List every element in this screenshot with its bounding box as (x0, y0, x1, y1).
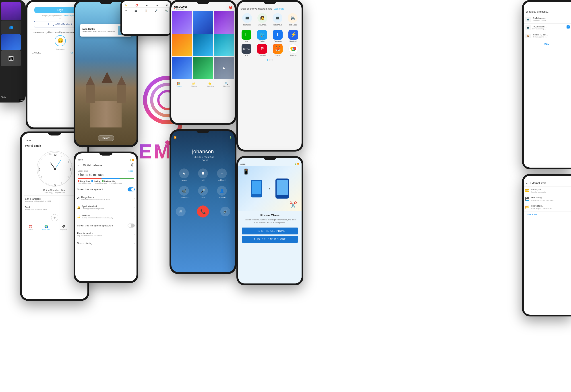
tab-photos[interactable]: 🖼️ Photos (176, 82, 182, 87)
share-app-line[interactable]: L Line (240, 30, 253, 42)
svg-point-22 (293, 48, 294, 50)
storage-memory-card[interactable]: 💳 Memory ca... Insert a me... data. (524, 186, 571, 195)
share-app-pinterest[interactable]: P Pinterest (255, 44, 269, 56)
projection-item-3[interactable]: 📦 Homor TV box... Only supports p... (524, 32, 571, 40)
phone-notch (48, 131, 61, 136)
storage-usb[interactable]: 💾 USB storag... Connect a U... up your d… (524, 195, 571, 203)
remote-chevron (134, 233, 135, 236)
pin-chevron (134, 241, 135, 245)
photo-6[interactable] (214, 34, 234, 56)
mute-button[interactable]: 🎤 Mute (195, 186, 211, 199)
share-title: Share or print via Huawei Share Lean mor… (238, 6, 302, 11)
chrome-icon (290, 46, 296, 52)
clone-buttons: THIS IS THE OLD PHONE THIS IS THE NEW PH… (238, 227, 302, 243)
tab-highlights[interactable]: ⭐ Highlights (206, 82, 214, 87)
svg-text:1: 1 (68, 161, 69, 163)
call-duration: ⏱ 00:36 (171, 159, 235, 162)
share-device-3[interactable]: 💻 MateBook X Touch to send (273, 13, 282, 26)
share-app-chrome[interactable]: Chrome (286, 44, 300, 56)
clone-illustration: → ✂️ 📱 (238, 166, 302, 211)
calling-notch (196, 129, 210, 133)
svg-text:3: 3 (70, 168, 72, 171)
svg-text:12: 12 (54, 153, 57, 156)
svg-text:11: 11 (42, 157, 45, 160)
share-devices: 💻 MateBook X Touch to send 👩 KiKi 's P20… (238, 11, 302, 28)
tab-discover[interactable]: 🔍 Discover (223, 82, 230, 87)
usage-times: 3 hours 15 minutes 1 hours 30 minutes 1 … (78, 182, 134, 184)
photo-1[interactable] (172, 11, 192, 34)
screen-time-mgmt-row[interactable]: Screen time management (75, 185, 136, 194)
clone-notch (263, 156, 277, 160)
tab-world-clock[interactable]: 🌍 World clock (42, 225, 50, 230)
screen-pin-row[interactable]: Screen pinning (75, 239, 136, 247)
photo-7[interactable] (172, 57, 192, 79)
photo-3[interactable] (214, 11, 234, 34)
remote-location-row[interactable]: Remote location Log in with student's HU… (75, 230, 136, 239)
old-phone-button[interactable]: THIS IS THE OLD PHONE (242, 227, 298, 235)
svg-text:6: 6 (54, 183, 56, 186)
video-call-button[interactable]: 📹 Video call (176, 186, 192, 199)
share-device-4[interactable]: 🖨️ Huting TH880 Touch to print (288, 13, 298, 26)
identify-button[interactable]: Identify (98, 135, 114, 141)
projection-item-2[interactable]: 📺 [TV],LED85691... Only supports p... ✓ (524, 24, 571, 32)
record-button[interactable]: ≋ Record (176, 168, 192, 182)
share-device-1[interactable]: 💻 MateBook X Touch to send (242, 13, 252, 26)
share-app-firefox[interactable]: 🦊 Firefox (271, 44, 285, 56)
balance-status-bar: 08:08 🔋📶 (75, 158, 136, 162)
photo-5[interactable] (193, 34, 213, 56)
phone-wireless-device: Wireless projectio... 📺 [TV] Living roo.… (522, 0, 571, 169)
svg-text:7: 7 (47, 183, 49, 185)
dialpad-button[interactable]: ⊞ (176, 207, 186, 216)
bedtime-row[interactable]: 🌙 Bedtime During sleep time,the screen t… (75, 212, 136, 221)
share-app-bluetooth[interactable]: ⚡ Bluetooth (286, 30, 300, 42)
add-city-button[interactable]: + (51, 214, 58, 221)
phone-clips-device: 👥 👨‍👩‍👧 All clip 00:41 (0, 0, 26, 102)
cancel-button[interactable]: CANCEL (32, 52, 41, 54)
scan-share-section: Scan share (524, 211, 571, 217)
photo-8[interactable] (193, 57, 213, 79)
phone-balance-screen: 08:08 🔋📶 ← Digital balance ⓘ Usage stats… (75, 153, 136, 281)
svg-line-16 (51, 163, 55, 169)
app-limit-row[interactable]: 🔔 Application limit Limit application us… (75, 203, 136, 212)
share-apps-grid: L Line 🐦 Twitter f Facebook ⚡ Bluetooth (238, 28, 302, 58)
wireless-title: Wireless projectio... (524, 8, 571, 15)
password-toggle[interactable] (128, 224, 135, 227)
add-call-button[interactable]: + Add call (213, 168, 230, 182)
screen-time-toggle[interactable] (128, 187, 135, 191)
photo-9[interactable]: ▶ (214, 57, 234, 79)
clone-desc: Transfer contacts,calendar events,phones… (238, 218, 302, 224)
new-phone-button[interactable]: THIS IS THE NEW PHONE (242, 236, 298, 243)
projection-item-1[interactable]: 📺 [TV] Living roo... Supports Deskto... (524, 15, 571, 24)
usage-stats-section: Usage stats More › 5 hours 50 minutes Gl… (75, 168, 136, 185)
app-limit-chevron (134, 206, 135, 209)
tab-albums[interactable]: 📁 Albums (191, 82, 197, 87)
usage-legend: Glory of Kings Headline Chattering video (78, 180, 134, 182)
usb-icon: 💾 (525, 196, 529, 201)
end-call-button[interactable]: 📞 (197, 206, 209, 218)
usage-hours-row[interactable]: ⏱ Usage hours Set the total time the scr… (75, 194, 136, 203)
password-row[interactable]: Screen time management password (75, 221, 136, 230)
phone-balance-device: 08:08 🔋📶 ← Digital balance ⓘ Usage stats… (73, 152, 138, 283)
speaker-button[interactable]: 🔊 (220, 207, 230, 216)
contacts-button[interactable]: 👤 Contacts (213, 186, 230, 199)
share-app-nfc[interactable]: NFC NFC (240, 44, 253, 56)
clone-status-bar: 08:08 🔋📶 (238, 162, 302, 166)
phone-gallery-device: Jan 14,2018 📍Shanghai ❤️ ▶ (170, 0, 236, 125)
calling-status-bar: 📶 🔋 (171, 136, 235, 140)
share-app-facebook[interactable]: f Facebook (271, 30, 285, 42)
photo-2[interactable] (193, 11, 213, 34)
share-device-2[interactable]: 👩 KiKi 's P20 Touch to send (257, 13, 267, 26)
share-notch (263, 0, 277, 4)
gallery-header: Jan 14,2018 📍Shanghai ❤️ (171, 4, 235, 11)
hold-button[interactable]: ⏸ Hold (195, 168, 211, 182)
tab-stopwatch[interactable]: ⏱ Stopwatch (60, 225, 67, 230)
photo-4[interactable] (172, 34, 192, 56)
clone-title: Phone Clone (238, 213, 302, 217)
storage-shared-folder[interactable]: 📂 Shared fold... Back up you... network-… (524, 203, 571, 211)
share-app-twitter[interactable]: 🐦 Twitter (255, 30, 269, 42)
phone-share-device: Share or print via Huawei Share Lean mor… (236, 0, 303, 152)
tv-box-icon: 📦 (525, 34, 531, 38)
tab-alarm[interactable]: ⏰ Alarm (29, 225, 32, 230)
scan-share-text[interactable]: Scan share (526, 212, 539, 216)
tv-icon: 📺 (525, 17, 531, 22)
